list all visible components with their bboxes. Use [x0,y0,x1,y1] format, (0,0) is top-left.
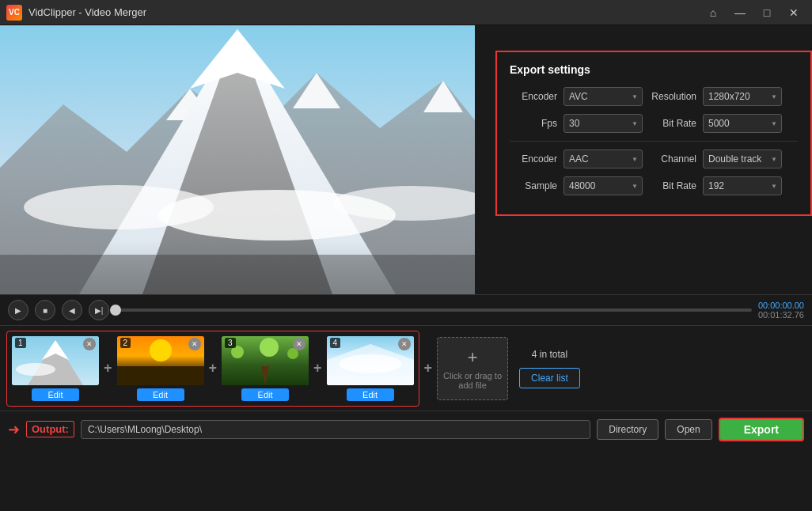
clip-thumb-2: 2 ✕ [117,336,204,385]
total-count: 4 in total [532,349,567,360]
sample-select[interactable]: 48000 44100 [563,176,643,195]
clear-list-button[interactable]: Clear list [519,368,580,388]
video-preview [0,25,475,294]
clip-edit-btn-2[interactable]: Edit [137,388,184,401]
settings-divider [510,141,798,142]
titlebar-left: VC VidClipper - Video Merger [6,5,146,21]
export-settings-panel: Export settings Encoder AVC HEVC VP9 Res… [495,51,812,216]
clip-item-1: 1 ✕ Edit [12,336,99,401]
video-encoder-label: Encoder [510,91,557,102]
audio-encoder-row: Encoder AAC MP3 AC3 Channel Double track… [510,150,798,168]
clip-thumb-1: 1 ✕ [12,336,99,385]
clip-edit-btn-4[interactable]: Edit [347,388,394,401]
directory-button[interactable]: Directory [597,419,658,440]
mountain-svg [0,25,475,294]
close-button[interactable]: ✕ [782,4,806,21]
clip-list: 1 ✕ Edit + [6,331,419,407]
clip-item-4: 4 ✕ Edit [327,336,414,401]
add-file-plus-icon: + [468,347,478,368]
video-encoder-select-wrapper: AVC HEVC VP9 [563,87,643,106]
maximize-button[interactable]: □ [755,4,779,21]
playback-controls: ▶ ■ ◀ ▶| 00:00:00.00 00:01:32.76 [0,294,812,325]
channel-select[interactable]: Double track Single track [703,150,782,168]
clip-item-2: 2 ✕ Edit [117,336,204,401]
channel-select-wrapper: Double track Single track [703,150,782,168]
output-bar: ➜ Output: Directory Open Export [0,411,812,447]
clip-num-1: 1 [15,338,26,348]
clip-close-2[interactable]: ✕ [188,338,201,350]
fps-select[interactable]: 30 24 60 [563,114,643,133]
video-bitrate-label: Bit Rate [649,118,696,129]
time-info: 00:00:00.00 00:01:32.76 [758,301,804,320]
sample-select-wrapper: 48000 44100 [563,176,643,195]
svg-point-17 [150,339,172,361]
svg-point-15 [16,363,55,376]
minimize-button[interactable]: — [728,4,752,21]
clip-num-2: 2 [120,338,131,348]
export-settings-title: Export settings [510,63,798,76]
resolution-select-wrapper: 1280x720 1920x1080 3840x2160 [703,87,782,106]
clip-num-3: 3 [225,338,236,348]
svg-marker-18 [117,366,204,385]
resolution-label: Resolution [649,91,696,102]
clip-edit-btn-1[interactable]: Edit [32,388,79,401]
titlebar-controls: ⌂ — □ ✕ [701,4,806,21]
plus-separator-add: + [424,360,433,377]
fps-row: Fps 30 24 60 Bit Rate 5000 3000 8000 [510,114,798,133]
plus-separator-1: + [104,360,112,377]
strip-info: 4 in total Clear list [513,349,586,388]
audio-encoder-label: Encoder [510,153,557,165]
play-button[interactable]: ▶ [8,300,28,320]
clip-close-4[interactable]: ✕ [398,338,411,350]
clip-close-1[interactable]: ✕ [83,338,96,350]
clip-num-4: 4 [330,338,341,348]
titlebar: VC VidClipper - Video Merger ⌂ — □ ✕ [0,0,812,25]
mountain-scene [0,25,475,294]
output-label: Output: [26,421,74,437]
fps-select-wrapper: 30 24 60 [563,114,643,133]
fps-label: Fps [510,118,557,129]
resolution-select[interactable]: 1280x720 1920x1080 3840x2160 [703,87,782,106]
sample-row: Sample 48000 44100 Bit Rate 192 128 256 … [510,176,798,195]
app-title: VidClipper - Video Merger [28,6,146,18]
clip-strip-area: 1 ✕ Edit + [0,325,812,411]
stop-button[interactable]: ■ [35,300,55,320]
progress-handle[interactable] [110,305,121,316]
audio-encoder-select-wrapper: AAC MP3 AC3 [563,150,643,168]
plus-separator-3: + [313,360,322,377]
video-bitrate-select-wrapper: 5000 3000 8000 [703,114,782,133]
home-button[interactable]: ⌂ [701,4,725,21]
audio-bitrate-select[interactable]: 192 128 256 320 [703,176,782,195]
video-bitrate-select[interactable]: 5000 3000 8000 [703,114,782,133]
svg-point-21 [260,338,279,357]
audio-bitrate-select-wrapper: 192 128 256 320 [703,176,782,195]
sample-label: Sample [510,180,557,191]
channel-label: Channel [649,153,696,165]
svg-marker-11 [0,255,475,294]
next-frame-button[interactable]: ▶| [89,300,109,320]
clip-close-3[interactable]: ✕ [293,338,305,350]
add-file-button[interactable]: + Click or drag to add file [437,337,508,400]
clip-edit-btn-3[interactable]: Edit [241,388,289,401]
plus-separator-2: + [209,360,218,377]
svg-point-26 [339,354,402,373]
audio-bitrate-label: Bit Rate [649,180,696,191]
clip-item-3: 3 ✕ Edit [222,336,309,401]
add-file-label: Click or drag to add file [442,371,503,390]
progress-bar[interactable] [116,308,752,312]
clip-thumb-3: 3 ✕ [222,336,309,385]
main-area: Export settings Encoder AVC HEVC VP9 Res… [0,25,812,511]
time-current: 00:00:00.00 [758,301,804,310]
open-button[interactable]: Open [665,419,711,440]
app-icon: VC [6,5,22,21]
video-encoder-select[interactable]: AVC HEVC VP9 [563,87,643,106]
audio-encoder-select[interactable]: AAC MP3 AC3 [563,150,643,168]
clip-thumb-4: 4 ✕ [327,336,414,385]
output-path-input[interactable] [81,420,590,439]
time-total: 00:01:32.76 [758,310,804,320]
export-button[interactable]: Export [719,418,804,441]
output-arrow-icon: ➜ [8,421,20,438]
video-encoder-row: Encoder AVC HEVC VP9 Resolution 1280x720… [510,87,798,106]
rewind-button[interactable]: ◀ [62,300,82,320]
